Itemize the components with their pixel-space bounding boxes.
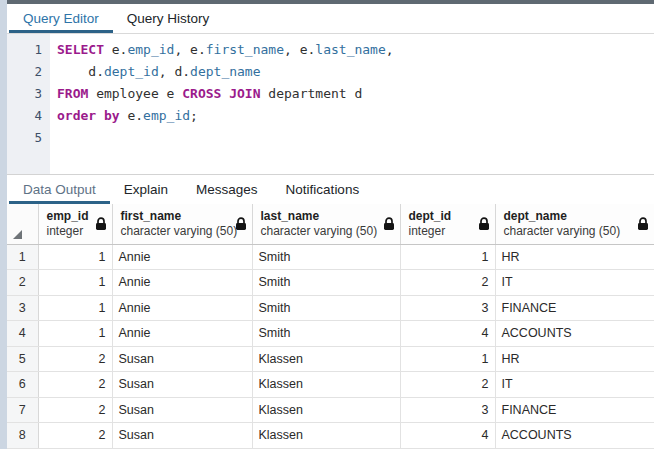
sql-identifier: emp_id [143, 108, 190, 123]
column-name: dept_name [504, 209, 636, 224]
code-line: SELECT e.emp_id, e.first_name, e.last_na… [57, 39, 654, 61]
column-header-first-name[interactable]: first_namecharacter varying (50) [112, 204, 252, 244]
table-row: 52SusanKlassen1HR [7, 346, 654, 372]
sql-text: ; [190, 108, 198, 123]
table-row: 11AnnieSmith1HR [7, 244, 654, 270]
column-header-emp-id[interactable]: emp_idinteger [38, 204, 112, 244]
cell-last-name[interactable]: Klassen [252, 372, 400, 398]
cell-dept-name[interactable]: HR [495, 244, 654, 270]
cell-emp-id[interactable]: 1 [38, 270, 112, 296]
cell-dept-name[interactable]: ACCOUNTS [495, 321, 654, 347]
row-number[interactable]: 6 [7, 372, 38, 398]
sql-code-area[interactable]: SELECT e.emp_id, e.first_name, e.last_na… [50, 34, 654, 174]
lock-icon [95, 217, 107, 231]
column-header-last-name[interactable]: last_namecharacter varying (50) [252, 204, 400, 244]
cell-last-name[interactable]: Smith [252, 321, 400, 347]
select-all-triangle-icon [13, 230, 22, 239]
cell-emp-id[interactable]: 1 [38, 321, 112, 347]
window-left-edge [0, 0, 7, 449]
cell-emp-id[interactable]: 2 [38, 397, 112, 423]
cell-dept-name[interactable]: HR [495, 346, 654, 372]
cell-dept-name[interactable]: FINANCE [495, 295, 654, 321]
row-number[interactable]: 4 [7, 321, 38, 347]
query-tool-main: Query EditorQuery History 12345 SELECT e… [7, 4, 654, 449]
sql-text: , d. [159, 64, 190, 79]
cell-dept-id[interactable]: 3 [400, 295, 495, 321]
cell-first-name[interactable]: Susan [112, 346, 252, 372]
lock-icon [383, 217, 395, 231]
cell-last-name[interactable]: Klassen [252, 397, 400, 423]
cell-dept-name[interactable]: FINANCE [495, 397, 654, 423]
cell-dept-id[interactable]: 2 [400, 270, 495, 296]
cell-dept-name[interactable]: IT [495, 372, 654, 398]
cell-first-name[interactable]: Annie [112, 270, 252, 296]
cell-first-name[interactable]: Susan [112, 397, 252, 423]
table-row: 82SusanKlassen4ACCOUNTS [7, 423, 654, 449]
cell-dept-id[interactable]: 1 [400, 244, 495, 270]
line-number: 5 [7, 127, 50, 149]
cell-dept-id[interactable]: 2 [400, 372, 495, 398]
cell-emp-id[interactable]: 1 [38, 244, 112, 270]
cell-emp-id[interactable]: 2 [38, 423, 112, 449]
cell-first-name[interactable]: Susan [112, 423, 252, 449]
cell-dept-id[interactable]: 1 [400, 346, 495, 372]
sql-keyword: CROSS JOIN [182, 86, 260, 101]
row-number[interactable]: 7 [7, 397, 38, 423]
cell-dept-id[interactable]: 4 [400, 321, 495, 347]
column-name: emp_id [47, 209, 94, 224]
line-number: 4 [7, 105, 50, 127]
column-header-dept-name[interactable]: dept_namecharacter varying (50) [495, 204, 654, 244]
lock-icon [637, 217, 649, 231]
cell-dept-name[interactable]: IT [495, 270, 654, 296]
cell-last-name[interactable]: Smith [252, 295, 400, 321]
table-row: 41AnnieSmith4ACCOUNTS [7, 321, 654, 347]
column-type: character varying (50) [504, 224, 636, 239]
sql-keyword: SELECT [57, 42, 104, 57]
column-type: character varying (50) [121, 224, 234, 239]
table-row: 62SusanKlassen2IT [7, 372, 654, 398]
data-output-grid: emp_idintegerfirst_namecharacter varying… [7, 204, 654, 449]
sql-identifier: dept_id [104, 64, 159, 79]
sql-identifier: last_name [315, 42, 385, 57]
column-type: character varying (50) [261, 224, 382, 239]
row-number[interactable]: 3 [7, 295, 38, 321]
cell-first-name[interactable]: Annie [112, 321, 252, 347]
cell-dept-id[interactable]: 4 [400, 423, 495, 449]
cell-dept-id[interactable]: 3 [400, 397, 495, 423]
row-number[interactable]: 2 [7, 270, 38, 296]
editor-tabbar: Query EditorQuery History [7, 4, 654, 34]
row-number[interactable]: 8 [7, 423, 38, 449]
code-line: order by e.emp_id; [57, 105, 654, 127]
cell-last-name[interactable]: Smith [252, 244, 400, 270]
sql-text: e. [104, 42, 127, 57]
tab-messages[interactable]: Messages [182, 175, 272, 204]
cell-last-name[interactable]: Klassen [252, 423, 400, 449]
select-all-corner[interactable] [7, 204, 38, 244]
tab-query-history[interactable]: Query History [113, 4, 224, 33]
column-header-dept-id[interactable]: dept_idinteger [400, 204, 495, 244]
cell-last-name[interactable]: Klassen [252, 346, 400, 372]
tab-data-output[interactable]: Data Output [9, 175, 110, 204]
cell-emp-id[interactable]: 1 [38, 295, 112, 321]
cell-dept-name[interactable]: ACCOUNTS [495, 423, 654, 449]
row-number[interactable]: 5 [7, 346, 38, 372]
tab-query-editor[interactable]: Query Editor [9, 4, 113, 33]
query-tool-window: Query EditorQuery History 12345 SELECT e… [0, 0, 654, 449]
cell-emp-id[interactable]: 2 [38, 372, 112, 398]
sql-text: e. [120, 108, 143, 123]
cell-last-name[interactable]: Smith [252, 270, 400, 296]
cell-first-name[interactable]: Annie [112, 244, 252, 270]
row-number[interactable]: 1 [7, 244, 38, 270]
tab-notifications[interactable]: Notifications [272, 175, 374, 204]
table-row: 21AnnieSmith2IT [7, 270, 654, 296]
tab-explain[interactable]: Explain [110, 175, 182, 204]
cell-emp-id[interactable]: 2 [38, 346, 112, 372]
sql-keyword: FROM [57, 86, 88, 101]
sql-identifier: first_name [206, 42, 284, 57]
result-header-row: emp_idintegerfirst_namecharacter varying… [7, 204, 654, 244]
sql-text: department d [261, 86, 363, 101]
cell-first-name[interactable]: Susan [112, 372, 252, 398]
sql-editor[interactable]: 12345 SELECT e.emp_id, e.first_name, e.l… [7, 34, 654, 175]
cell-first-name[interactable]: Annie [112, 295, 252, 321]
sql-text: , [386, 42, 394, 57]
